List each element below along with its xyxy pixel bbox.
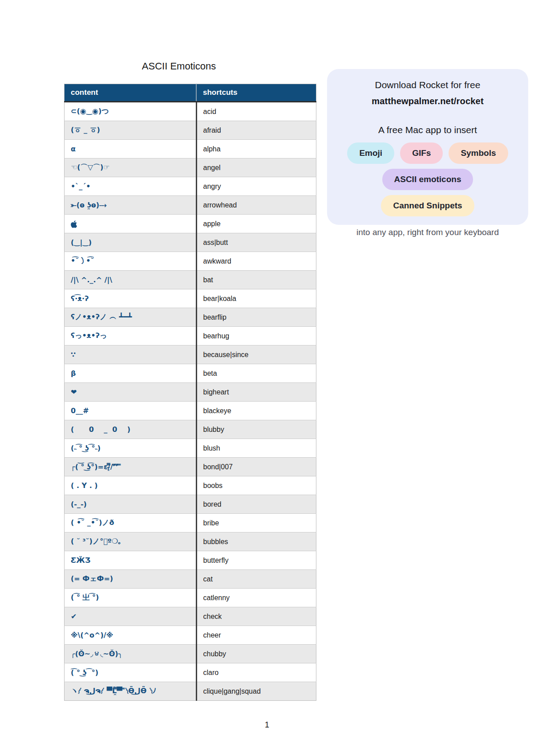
shortcut-cell: acid — [196, 102, 316, 121]
feature-pill-emoji: Emoji — [347, 142, 394, 164]
emoticon-content-cell: ( . Y . ) — [65, 476, 197, 495]
table-row: ⊂(◉‿◉)つacid — [65, 102, 316, 121]
emoticon-content-cell: ƸӜƷ — [65, 551, 197, 570]
table-row: (˵ ͡° ͜ʖ ͡°˵)blush — [65, 439, 316, 458]
table-row: ∵because|since — [65, 345, 316, 364]
emoticon-content-cell: 0__# — [65, 402, 197, 420]
emoticon-content-cell: (‿|‿) — [65, 233, 197, 252]
table-row: ʕノ•ᴥ•ʔノ ︵ ┻━┻bearflip — [65, 308, 316, 327]
emoticon-content-cell: ☜(⌒▽⌒)☞ — [65, 159, 197, 177]
column-header-content: content — [65, 84, 197, 102]
table-row: ( ˘ ³˘)ノ°ﾟº❍｡bubbles — [65, 532, 316, 551]
table-row: 0__#blackeye — [65, 402, 316, 420]
shortcut-cell: alpha — [196, 140, 316, 159]
emoticon-content-cell: ( 0 _ 0 ) — [65, 420, 197, 439]
shortcut-cell: blush — [196, 439, 316, 458]
promo-footer-text: into any app, right from your keyboard — [327, 228, 528, 237]
shortcut-cell: bored — [196, 495, 316, 514]
shortcut-cell: bearflip — [196, 308, 316, 327]
table-header: content shortcuts — [65, 84, 316, 102]
shortcut-cell: blackeye — [196, 402, 316, 420]
shortcut-cell: because|since — [196, 345, 316, 364]
emoticon-content-cell: ∵ — [65, 345, 197, 364]
table-row: (͡ ° ͜ʖ ͡ °)claro — [65, 663, 316, 682]
shortcut-cell: cat — [196, 570, 316, 589]
emoticon-content-cell: •`_´• — [65, 177, 197, 196]
shortcut-cell: angry — [196, 177, 316, 196]
table-row: ⤜(ⱺ ʖ̯ⱺ)⤏arrowhead — [65, 196, 316, 215]
table-row: •`_´•angry — [65, 177, 316, 196]
emoticon-content-cell: ※\(^o^)/※ — [65, 626, 197, 645]
document-page: ASCII Emoticons content shortcuts ⊂(◉‿◉)… — [0, 0, 534, 756]
emoticon-content-cell: ╭(ʘ̆~◞౪◟~ʘ̆)╮ — [65, 645, 197, 663]
shortcut-cell: chubby — [196, 645, 316, 663]
table-row: (= ФェФ=)cat — [65, 570, 316, 589]
shortcut-cell: bear|koala — [196, 289, 316, 308]
table-row: ❤bigheart — [65, 383, 316, 402]
table-row: ( ͡° 㞢 ͡°)catlenny — [65, 589, 316, 607]
table-row: apple — [65, 215, 316, 233]
promo-subheading: A free Mac app to insert — [327, 125, 528, 135]
page-title: ASCII Emoticons — [64, 61, 294, 72]
table-row: ( . Y . )boobs — [65, 476, 316, 495]
emoticon-content-cell: (˵ ͡° ͜ʖ ͡°˵) — [65, 439, 197, 458]
table-row: ✔check — [65, 607, 316, 626]
table-row: (‿|‿)ass|butt — [65, 233, 316, 252]
feature-pills: EmojiGIFsSymbolsASCII emoticonsCanned Sn… — [337, 142, 518, 216]
emoticons-table: content shortcuts ⊂(◉‿◉)つacid(ㆆ _ ㆆ)afra… — [64, 84, 316, 701]
table-row: ┌( ͝° ͜ʖ͡°)=ε/̵͇̿̿/’̿’̿ ̿bond|007 — [65, 458, 316, 476]
table-row: ƸӜƷbutterfly — [65, 551, 316, 570]
apple-logo-icon — [71, 219, 77, 228]
emoticon-content-cell: (-_-) — [65, 495, 197, 514]
shortcut-cell: bearhug — [196, 327, 316, 345]
table-row: ☜(⌒▽⌒)☞angel — [65, 159, 316, 177]
table-row: /|\ ^._.^ /|\bat — [65, 271, 316, 289]
emoticon-content-cell: (͡ ° ͜ʖ ͡ °) — [65, 663, 197, 682]
feature-pill-canned-snippets: Canned Snippets — [381, 195, 474, 216]
emoticon-content-cell: ʕ·͡ᴥ·ʔ — [65, 289, 197, 308]
feature-pill-gifs: GIFs — [400, 142, 443, 164]
page-number: 1 — [0, 720, 534, 730]
shortcut-cell: beta — [196, 364, 316, 383]
emoticon-table-body: ⊂(◉‿◉)つacid(ㆆ _ ㆆ)afraidαalpha☜(⌒▽⌒)☞ang… — [65, 102, 316, 701]
rocket-promo-panel: Download Rocket for free matthewpalmer.n… — [327, 69, 528, 225]
table-row: •͡˘㇁•͡˘awkward — [65, 252, 316, 271]
emoticon-content-cell: ( ͡° 㞢 ͡°) — [65, 589, 197, 607]
emoticon-content-cell: ʕノ•ᴥ•ʔノ ︵ ┻━┻ — [65, 308, 197, 327]
shortcut-cell: ass|butt — [196, 233, 316, 252]
emoticon-content-cell — [65, 215, 197, 233]
shortcut-cell: bubbles — [196, 532, 316, 551]
shortcut-cell: cheer — [196, 626, 316, 645]
table-header-row: content shortcuts — [65, 84, 316, 102]
emoticon-content-cell: ( •͡˘ _•͡˘)ノð — [65, 514, 197, 532]
table-row: ※\(^o^)/※cheer — [65, 626, 316, 645]
shortcut-cell: bond|007 — [196, 458, 316, 476]
shortcut-cell: catlenny — [196, 589, 316, 607]
shortcut-cell: afraid — [196, 121, 316, 140]
emoticon-content-cell: /|\ ^._.^ /|\ — [65, 271, 197, 289]
table-row: βbeta — [65, 364, 316, 383]
table-row: αalpha — [65, 140, 316, 159]
shortcut-cell: bigheart — [196, 383, 316, 402]
table-row: ( •͡˘ _•͡˘)ノðbribe — [65, 514, 316, 532]
shortcut-cell: apple — [196, 215, 316, 233]
emoticon-content-cell: β — [65, 364, 197, 383]
table-row: ʕ·͡ᴥ·ʔbear|koala — [65, 289, 316, 308]
emoticon-content-cell: (= ФェФ=) — [65, 570, 197, 589]
shortcut-cell: clique|gang|squad — [196, 682, 316, 701]
shortcut-cell: awkward — [196, 252, 316, 271]
feature-pill-symbols: Symbols — [449, 142, 508, 164]
table-row: ╭(ʘ̆~◞౪◟~ʘ̆)╮chubby — [65, 645, 316, 663]
emoticon-content-cell: •͡˘㇁•͡˘ — [65, 252, 197, 271]
promo-link[interactable]: matthewpalmer.net/rocket — [327, 96, 528, 106]
shortcut-cell: angel — [196, 159, 316, 177]
feature-pill-ascii-emoticons: ASCII emoticons — [382, 169, 473, 190]
shortcut-cell: arrowhead — [196, 196, 316, 215]
promo-heading: Download Rocket for free — [327, 80, 528, 90]
emoticon-content-cell: ʕっ•ᴥ•ʔっ — [65, 327, 197, 345]
shortcut-cell: boobs — [196, 476, 316, 495]
emoticon-content-cell: ❤ — [65, 383, 197, 402]
table-row: ヽ༼ ຈل͜ຈ༼ ▀̿̿Ĺ̯̿̿▀̿ ̿༽Ɵ͆ل͜Ɵ͆ ༽ﾉclique|gan… — [65, 682, 316, 701]
shortcut-cell: claro — [196, 663, 316, 682]
emoticon-content-cell: ⤜(ⱺ ʖ̯ⱺ)⤏ — [65, 196, 197, 215]
